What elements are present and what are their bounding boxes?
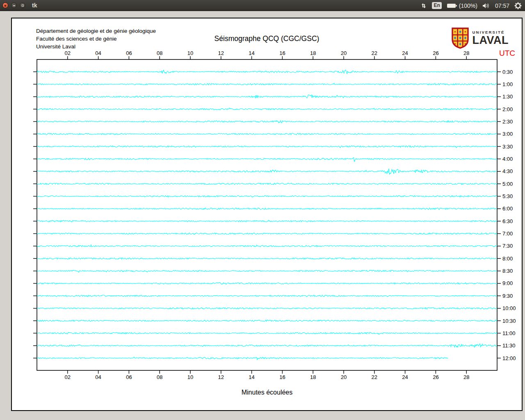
x-tick-label-bottom: 06 [126, 374, 132, 380]
system-tray: En (100%) 07:57 [420, 0, 522, 11]
app-canvas: Département de géologie et de génie géol… [11, 18, 523, 411]
battery-indicator[interactable]: (100%) [447, 2, 477, 9]
trace-time-label: 11:00 [502, 330, 516, 336]
seismo-trace [37, 83, 497, 85]
universite-laval-logo: UNIVERSITÉ LAVAL [451, 27, 509, 49]
trace-time-label: 3:00 [502, 131, 513, 137]
minimize-icon [13, 5, 15, 6]
utc-axis-label: UTC [499, 49, 515, 57]
seismo-trace [37, 233, 497, 235]
trace-time-label: 5:30 [502, 193, 513, 199]
logo-text-laval: LAVAL [472, 35, 509, 46]
seismo-trace [37, 220, 497, 222]
system-top-bar: tk En (100%) 07:57 [0, 0, 525, 11]
trace-time-label: 4:30 [502, 168, 513, 174]
session-gear-icon[interactable] [514, 2, 522, 9]
trace-time-label: 10:00 [502, 305, 516, 311]
x-tick-label-top: 22 [372, 50, 377, 56]
battery-percent-label: (100%) [459, 2, 477, 9]
institution-line-3: Université Laval [36, 43, 156, 50]
x-tick-label-bottom: 14 [249, 374, 254, 380]
seismo-trace [37, 283, 497, 284]
maximize-button[interactable] [20, 2, 25, 8]
x-tick-label-bottom: 04 [95, 374, 101, 380]
x-tick-label-bottom: 28 [463, 374, 469, 380]
trace-time-label: 2:30 [502, 119, 513, 125]
trace-time-label: 7:00 [502, 231, 513, 237]
seismo-trace [37, 121, 497, 123]
trace-time-label: 8:00 [502, 256, 513, 262]
seismo-trace [37, 308, 497, 309]
window-controls [2, 2, 25, 8]
trace-time-label: 5:00 [502, 181, 513, 187]
seismo-trace [37, 70, 497, 74]
seismo-trace [37, 344, 497, 347]
seismo-trace [37, 108, 497, 110]
seismo-trace [37, 258, 497, 259]
seismo-trace [37, 332, 497, 335]
x-tick-label-top: 18 [310, 50, 316, 56]
seismo-trace [37, 357, 448, 360]
x-tick-label-top: 10 [187, 50, 193, 56]
window-title: tk [32, 2, 37, 9]
maximize-icon [22, 5, 24, 7]
seismo-trace [37, 270, 497, 272]
trace-time-label: 11:30 [502, 342, 516, 349]
minimize-button[interactable] [11, 2, 17, 8]
seismo-trace [37, 133, 497, 135]
updown-arrows-icon[interactable] [420, 2, 427, 9]
seismo-trace [37, 320, 497, 322]
x-tick-label-bottom: 22 [372, 374, 377, 380]
seismo-trace [37, 169, 497, 174]
trace-time-label: 9:30 [502, 293, 513, 299]
x-tick-label-top: 20 [341, 50, 347, 56]
x-tick-label-top: 06 [126, 50, 132, 56]
volume-icon[interactable] [482, 2, 490, 9]
trace-time-label: 6:00 [502, 205, 513, 212]
seismo-trace [37, 196, 497, 197]
x-axis-title: Minutes écoulées [242, 389, 293, 396]
x-tick-label-bottom: 18 [310, 374, 316, 380]
trace-time-label: 1:30 [502, 94, 513, 100]
institution-line-1: Département de géologie et de génie géol… [36, 27, 156, 35]
trace-time-label: 10:30 [502, 318, 516, 324]
x-tick-label-bottom: 08 [157, 374, 162, 380]
close-button[interactable] [2, 2, 8, 8]
x-tick-label-top: 28 [463, 50, 469, 56]
x-tick-label-top: 26 [433, 50, 438, 56]
seismo-trace [37, 158, 497, 162]
trace-time-label: 9:00 [502, 280, 513, 286]
trace-time-label: 4:00 [502, 156, 513, 162]
clock[interactable]: 07:57 [495, 2, 509, 9]
x-tick-label-top: 14 [249, 50, 254, 56]
x-tick-label-top: 02 [65, 50, 71, 56]
seismo-trace [37, 183, 497, 185]
x-tick-label-bottom: 02 [65, 374, 71, 380]
x-tick-label-top: 08 [157, 50, 162, 56]
x-tick-label-top: 12 [218, 50, 224, 56]
x-tick-label-bottom: 20 [341, 374, 347, 380]
trace-time-label: 6:30 [502, 218, 513, 224]
seismo-trace [37, 95, 497, 98]
trace-time-label: 12:00 [502, 355, 516, 361]
trace-time-label: 0:30 [502, 69, 513, 75]
laval-shield-icon [451, 27, 469, 49]
x-tick-label-top: 16 [279, 50, 285, 56]
seismograph-plot: 0202040406060808101012121414161618182020… [12, 18, 522, 410]
x-tick-label-bottom: 12 [218, 374, 224, 380]
x-tick-label-top: 04 [95, 50, 101, 56]
seismo-trace [37, 245, 497, 247]
trace-time-label: 7:30 [502, 243, 513, 249]
x-tick-label-bottom: 16 [279, 374, 285, 380]
trace-time-label: 8:30 [502, 268, 513, 274]
keyboard-layout-indicator[interactable]: En [432, 2, 441, 9]
page-title: Séismographe QCQ (CGC/GSC) [12, 34, 522, 43]
seismo-trace [37, 208, 497, 210]
plot-border [37, 59, 497, 370]
seismo-trace [37, 146, 497, 148]
x-tick-label-bottom: 24 [402, 374, 408, 380]
seismo-trace [37, 295, 497, 297]
x-tick-label-bottom: 10 [187, 374, 193, 380]
battery-icon [447, 3, 457, 9]
trace-time-label: 2:00 [502, 106, 513, 112]
